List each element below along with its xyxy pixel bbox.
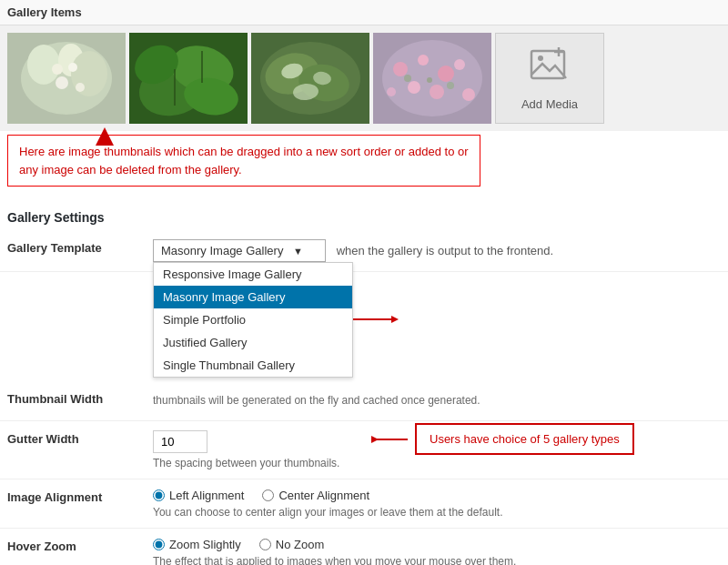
gallery-settings-title: Gallery Settings [0,201,728,230]
thumbnail-width-desc: thumbnails will be generated on the fly … [153,394,721,407]
gallery-template-menu: Responsive Image Gallery Masonry Image G… [153,262,353,378]
svg-point-30 [454,59,465,70]
svg-point-6 [68,63,77,72]
svg-marker-45 [371,436,379,443]
dropdown-item-responsive[interactable]: Responsive Image Gallery [154,263,352,286]
hover-zoom-group: Zoom Slightly No Zoom [153,538,721,551]
gutter-width-desc: The spacing between your thumbnails. [153,457,339,469]
gallery-template-desc: when the gallery is output to the fronte… [337,244,554,257]
svg-point-35 [447,82,454,89]
svg-marker-40 [96,127,114,146]
no-zoom-option[interactable]: No Zoom [259,538,324,551]
svg-point-27 [438,66,454,82]
svg-point-29 [430,85,444,99]
thumbnail-width-label: Thumbnail Width [0,390,146,406]
thumbnail-width-row: Thumbnail Width thumbnails will be gener… [0,381,728,421]
dropdown-item-masonry[interactable]: Masonry Image Gallery [154,286,352,308]
svg-point-32 [462,88,475,101]
dropdown-item-single[interactable]: Single Thumbnail Gallery [154,354,352,377]
gallery-types-annotation: Users have choice of 5 gallery types [415,423,634,455]
gallery-thumb-1[interactable] [7,33,126,124]
gallery-template-dropdown[interactable]: Masonry Image Gallery ▼ Responsive Image… [153,239,326,262]
svg-point-37 [538,55,543,61]
gutter-width-content: The spacing between your thumbnails. Use… [146,430,728,469]
gutter-width-row: Gutter Width The spacing between your th… [0,421,728,479]
gutter-width-label: Gutter Width [0,430,146,446]
svg-point-7 [56,76,68,89]
center-alignment-option[interactable]: Center Alignment [262,489,369,502]
hover-zoom-desc: The effect that is applied to images whe… [153,555,721,565]
gallery-thumb-3[interactable] [251,33,369,124]
svg-point-8 [76,83,85,92]
gallery-thumb-4[interactable] [373,33,491,124]
svg-point-5 [52,64,63,75]
add-media-icon [530,45,570,94]
no-zoom-text: No Zoom [276,538,324,551]
gutter-width-input[interactable] [153,430,207,453]
hover-zoom-label: Hover Zoom [0,538,146,553]
image-alignment-label: Image Alignment [0,489,146,504]
svg-point-34 [427,77,432,83]
center-alignment-text: Center Alignment [278,489,369,502]
hover-zoom-row: Hover Zoom Zoom Slightly No Zoom The eff… [0,529,728,565]
gallery-items-section: Gallery Items [0,0,728,187]
image-alignment-group: Left Alignment Center Alignment [153,489,721,502]
svg-point-25 [393,62,408,76]
thumbnail-width-content: thumbnails will be generated on the fly … [146,390,728,407]
dropdown-selected-value: Masonry Image Gallery [161,244,283,257]
svg-point-31 [387,87,396,96]
image-alignment-content: Left Alignment Center Alignment You can … [146,489,728,519]
left-alignment-option[interactable]: Left Alignment [153,489,244,502]
zoom-slightly-radio[interactable] [153,539,165,550]
hover-zoom-content: Zoom Slightly No Zoom The effect that is… [146,538,728,565]
svg-point-26 [418,55,429,66]
svg-point-28 [408,81,420,94]
left-alignment-text: Left Alignment [169,489,244,502]
add-media-label: Add Media [521,97,578,111]
dropdown-chevron-icon: ▼ [293,246,303,257]
zoom-slightly-option[interactable]: Zoom Slightly [153,538,241,551]
gallery-tooltip-text: Here are image thumbnails which can be d… [19,145,469,177]
gallery-thumb-2[interactable] [129,33,248,124]
gallery-template-row: Gallery Template Masonry Image Gallery ▼… [0,230,728,272]
svg-point-24 [382,40,482,116]
gallery-template-label: Gallery Template [0,239,146,255]
svg-point-33 [404,75,411,82]
svg-marker-42 [391,316,399,323]
zoom-slightly-text: Zoom Slightly [169,538,241,551]
image-alignment-row: Image Alignment Left Alignment Center Al… [0,479,728,529]
gallery-items-title: Gallery Items [0,0,728,25]
gallery-tooltip: Here are image thumbnails which can be d… [7,135,480,187]
image-alignment-desc: You can choose to center align your imag… [153,506,721,519]
add-media-button[interactable]: Add Media [495,33,604,124]
gallery-images-row: Add Media [0,25,728,131]
dropdown-item-justified[interactable]: Justified Gallery [154,331,352,354]
dropdown-item-portfolio[interactable]: Simple Portfolio [154,308,352,331]
left-alignment-radio[interactable] [153,489,165,501]
center-alignment-radio[interactable] [262,489,274,501]
gallery-settings-section: Gallery Settings Gallery Template Masonr… [0,201,728,565]
gallery-template-content: Masonry Image Gallery ▼ Responsive Image… [146,239,728,262]
no-zoom-radio[interactable] [259,539,271,550]
